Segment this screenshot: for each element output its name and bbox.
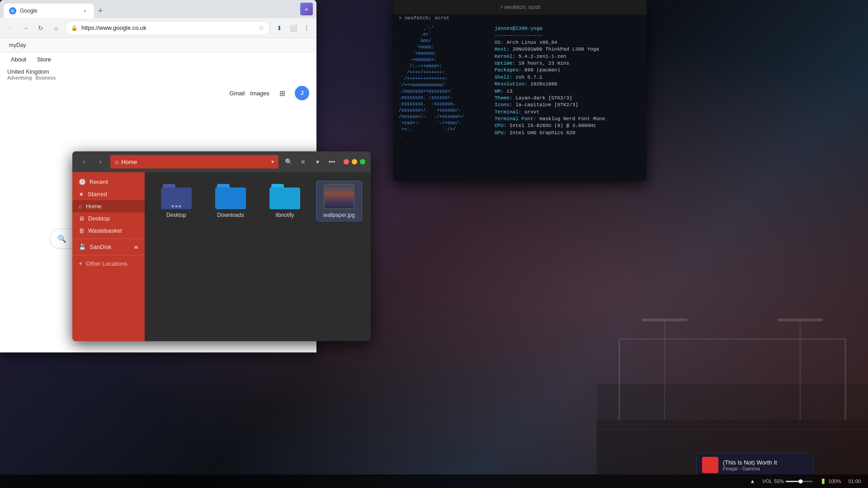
chrome-bookmarks-bar: myDay (0, 38, 316, 52)
fm-forward-button[interactable]: › (94, 155, 107, 168)
terminal-packages-label: Packages: (495, 67, 521, 73)
fm-sidebar-item-home[interactable]: ⌂ Home (72, 200, 145, 212)
fm-location-dropdown-icon[interactable]: ▾ (271, 159, 274, 165)
terminal-cpu-label: CPU: (495, 123, 506, 128)
google-header-gmail[interactable]: Gmail (229, 90, 245, 97)
chrome-titlebar: G Google × + ∞ (0, 0, 316, 18)
battery-value: 100% (828, 479, 841, 484)
fm-recent-label: Recent (90, 178, 108, 185)
terminal-os-label: OS: (495, 40, 504, 45)
fm-file-item-libnotify[interactable]: libnotify (262, 181, 307, 221)
chrome-new-tab-button[interactable]: + (94, 5, 107, 17)
chrome-reload-button[interactable]: ↻ (34, 22, 47, 34)
fm-location-bar[interactable]: ⌂ Home ▾ (110, 155, 278, 169)
fm-maximize-button[interactable] (360, 159, 365, 164)
fm-sidebar-item-desktop[interactable]: 🖥 Desktop (72, 212, 145, 225)
volume-label: VOL (762, 479, 772, 484)
fm-dot-2 (175, 205, 178, 207)
chrome-url-text: https://www.google.co.uk (81, 24, 255, 31)
fm-sidebar-item-wastebasket[interactable]: 🗑 Wastebasket (72, 225, 145, 237)
terminal-theme-label: Theme: (495, 95, 513, 101)
terminal-uptime-value: 10 hours, 23 mins (519, 61, 569, 66)
taskbar-wifi: ▲ (750, 478, 755, 484)
volume-track[interactable] (786, 481, 813, 482)
fm-recent-icon: 🕐 (79, 178, 86, 185)
terminal-shell-value: zsh 5.7.1 (515, 75, 542, 80)
chrome-extension-button[interactable]: ∞ (300, 3, 313, 15)
google-account-button[interactable]: J (295, 86, 309, 100)
music-player[interactable]: (This Is Not) Worth It Fewjar - Gamma (696, 453, 814, 477)
fm-trash-icon: 🗑 (79, 227, 85, 234)
fm-folder-body-libnotify (269, 188, 300, 209)
terminal-font-value: Hasklug Nerd Font Mono (539, 116, 605, 122)
fm-sandisk-icon: 💾 (79, 244, 86, 250)
fm-home-label: Home (86, 203, 102, 210)
chrome-home-button[interactable]: ⌂ (50, 22, 62, 34)
fm-desktop-label: Desktop (88, 215, 110, 222)
fm-search-button[interactable]: 🔍 (282, 155, 295, 168)
google-location-business[interactable]: Business (35, 75, 56, 80)
google-location-advertising[interactable]: Advertising (7, 75, 32, 80)
fm-wallpaper-thumbnail (324, 184, 354, 209)
chrome-forward-button[interactable]: → (19, 22, 32, 34)
google-nav-about[interactable]: About (7, 54, 30, 65)
fm-close-button[interactable] (344, 159, 349, 164)
fm-eject-icon[interactable]: ⏏ (134, 244, 138, 250)
fm-view-button[interactable]: ≡ (297, 155, 309, 168)
fm-window-controls (344, 159, 365, 164)
background-scene (597, 294, 868, 474)
chrome-tab-title: Google (20, 8, 78, 14)
fm-sidebar-item-other-locations[interactable]: + Other Locations (72, 257, 145, 270)
google-search-icon: 🔍 (57, 235, 66, 243)
chrome-toolbar: ← → ↻ ⌂ 🔒 https://www.google.co.uk ☆ ⬇ ⬜… (0, 18, 316, 38)
fm-file-item-desktop[interactable]: Desktop (154, 181, 199, 221)
terminal-os-value: Arch Linux x86_64 (506, 40, 557, 45)
terminal-neofetch-art: _`-' .o+` `ooo/ `+oooo: `+oooooo: -+oooo… (399, 25, 489, 177)
terminal-icons-value: la-capitaine [GTK2/3] (515, 102, 578, 108)
music-artist: Fewjar - Gamma (723, 466, 808, 471)
wifi-icon: ▲ (750, 478, 755, 484)
fm-sidebar-item-recent[interactable]: 🕐 Recent (72, 176, 145, 188)
google-apps-button[interactable]: ⊞ (275, 86, 289, 100)
battery-icon: 🔋 (820, 479, 826, 484)
terminal-kernel-label: Kernel: (495, 54, 515, 59)
terminal-icons-label: Icons: (495, 102, 513, 108)
fm-sidebar-item-sandisk[interactable]: 💾 SanDisk ⏏ (72, 241, 145, 253)
chrome-tab-search-button[interactable]: ⬜ (287, 22, 299, 34)
fm-file-item-wallpaper[interactable]: wallpaper.jpg (316, 181, 362, 221)
chrome-bookmark-star-icon[interactable]: ☆ (259, 24, 264, 32)
google-location-subtext: Advertising Business (7, 75, 309, 80)
fm-location-home-icon: ⌂ (115, 158, 118, 165)
svg-rect-6 (642, 319, 687, 321)
terminal-packages-value: 899 (pacman) (524, 67, 560, 73)
chrome-back-button[interactable]: ← (4, 22, 16, 34)
taskbar-volume[interactable]: VOL 55% (762, 479, 813, 484)
chrome-tab-close-button[interactable]: × (81, 7, 89, 14)
chrome-address-bar[interactable]: 🔒 https://www.google.co.uk ☆ (65, 21, 270, 35)
music-info: (This Is Not) Worth It Fewjar - Gamma (723, 459, 808, 471)
fm-minimize-button[interactable] (352, 159, 357, 164)
google-header-images[interactable]: Images (250, 90, 269, 97)
svg-rect-7 (778, 319, 823, 321)
fm-back-button[interactable]: ‹ (78, 155, 90, 168)
chrome-lock-icon: 🔒 (71, 25, 78, 31)
terminal-terminal-label: Terminal: (495, 109, 521, 115)
terminal-shell-label: Shell: (495, 75, 513, 80)
chrome-menu-button[interactable]: ⋮ (300, 22, 313, 34)
chrome-download-button[interactable]: ⬇ (273, 22, 286, 34)
google-location-bar: United Kingdom Advertising Business (0, 66, 316, 82)
fm-sidebar-divider-2 (72, 255, 145, 255)
chrome-bookmark-myday[interactable]: myDay (5, 41, 29, 49)
fm-sidebar-item-starred[interactable]: ★ Starred (72, 188, 145, 200)
fm-libnotify-folder-name: libnotify (276, 212, 294, 218)
fm-folder-body-downloads (215, 188, 246, 209)
terminal-window: > neofetch; scrot > neofetch; scrot _`-'… (393, 0, 646, 181)
fm-more-button[interactable]: ••• (326, 155, 338, 168)
fm-sidebar-divider (72, 239, 145, 239)
chrome-active-tab[interactable]: G Google × (4, 4, 94, 18)
fm-sort-button[interactable]: ▾ (311, 155, 324, 168)
fm-file-item-downloads[interactable]: Downloads (208, 181, 253, 221)
google-nav-store[interactable]: Store (33, 54, 55, 65)
fm-starred-label: Starred (88, 191, 107, 197)
chrome-tab-favicon: G (9, 7, 16, 14)
